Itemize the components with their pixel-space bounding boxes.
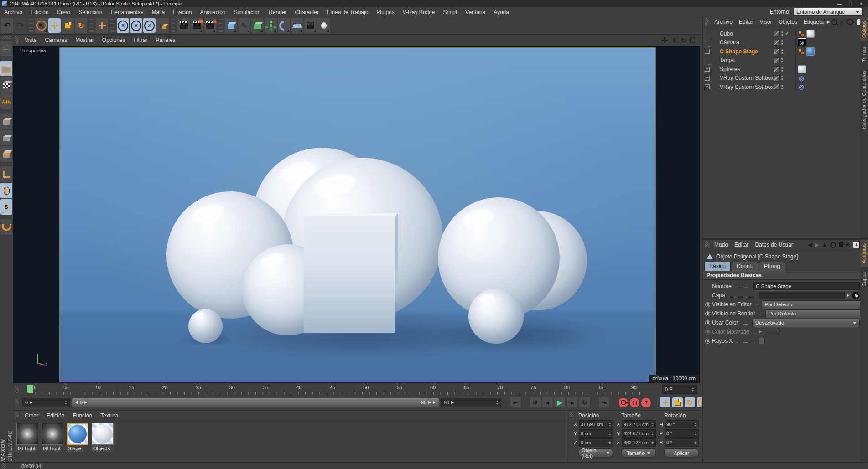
move-tool-button[interactable] [48, 18, 61, 33]
add-spline-button[interactable]: ✎ [238, 18, 250, 33]
menu-item[interactable]: V-Ray Bridge [399, 8, 439, 16]
menu-item[interactable]: Plugins [372, 8, 398, 16]
lock-z-axis-button[interactable]: Z [143, 18, 156, 33]
material-item[interactable]: GI Light [16, 423, 39, 452]
object-row[interactable]: + Spheres [703, 65, 868, 74]
attribute-menu-item[interactable]: Modo [711, 241, 731, 249]
toolbar-grip[interactable] [1, 36, 11, 39]
timeline-playhead[interactable] [27, 385, 33, 393]
spinner-icon[interactable] [608, 423, 611, 426]
animation-dot-icon[interactable] [705, 302, 710, 307]
panel-grip[interactable] [705, 241, 709, 248]
goto-end-button[interactable]: ⇥ [599, 397, 609, 407]
eye-icon[interactable] [846, 19, 854, 25]
pan-view-icon[interactable] [661, 36, 668, 44]
rotate-view-icon[interactable]: ↻ [680, 36, 687, 44]
menu-item[interactable]: Archivo [0, 8, 26, 16]
add-icon[interactable]: + [853, 242, 860, 248]
next-frame-button[interactable]: ▸ [567, 397, 577, 407]
object-name[interactable]: VRay Custom Softbox [720, 84, 774, 90]
color-field[interactable] [759, 329, 861, 335]
menu-item[interactable]: Malla [147, 8, 169, 16]
checkbox-field[interactable] [759, 338, 860, 344]
object-row[interactable]: + VRay Custom Softbox [703, 74, 868, 83]
material-item[interactable]: Objects [92, 423, 114, 452]
visibility-dots-icon[interactable] [781, 40, 783, 45]
coordinate-field[interactable]: 0 ° [665, 429, 699, 438]
last-tool-button[interactable] [96, 18, 108, 33]
zoom-view-icon[interactable]: ⇕ [670, 36, 678, 44]
material-menu-item[interactable]: Función [68, 412, 96, 420]
record-position-toggle[interactable] [660, 397, 670, 407]
spinner-icon[interactable] [608, 432, 611, 435]
panel-grip[interactable] [15, 412, 19, 419]
object-row[interactable]: + Cámara [703, 38, 868, 47]
material-menu-item[interactable]: Textura [96, 412, 122, 420]
object-manager-menu-item[interactable]: Editar [736, 18, 756, 26]
expand-icon[interactable]: + [705, 49, 710, 54]
panel-grip[interactable] [15, 36, 19, 44]
autokey-button[interactable]: ( ) [630, 398, 639, 407]
texture-mode-button[interactable] [0, 77, 12, 93]
layer-pick-icon[interactable] [852, 292, 860, 299]
object-manager-side-tab[interactable]: Navegador de Contenidos [860, 67, 868, 133]
attribute-tab[interactable]: Phong [759, 262, 785, 271]
magnet-tool-button[interactable] [0, 219, 12, 235]
viewport-menu-item[interactable]: Opciones [98, 36, 130, 44]
axis-mode-button[interactable] [0, 166, 12, 182]
expand-arrow-icon[interactable] [759, 330, 762, 333]
attribute-menu-item[interactable]: Editar [731, 241, 752, 249]
text-input[interactable]: C Shape Stage [753, 282, 860, 291]
viewport-menu-item[interactable]: Filtrar [130, 36, 152, 44]
redo-button[interactable]: ↷ [14, 18, 26, 33]
object-manager-menu-item[interactable]: Etiqueta [800, 18, 827, 26]
current-frame-field[interactable]: 0 F [662, 385, 697, 394]
spinner-icon[interactable] [651, 432, 654, 435]
object-name[interactable]: C Shape Stage [720, 48, 774, 55]
object-tag-icon[interactable] [798, 38, 806, 46]
spinner-icon[interactable] [608, 441, 611, 444]
coordinate-field[interactable]: 0 cm [579, 429, 613, 438]
spinner-icon[interactable] [694, 423, 697, 426]
animation-dot-icon[interactable] [705, 311, 710, 316]
section-header[interactable]: Propiedades Básicas [703, 271, 860, 280]
coordinate-footer-control[interactable]: Aplicar [664, 448, 699, 457]
window-control-button[interactable]: — [834, 1, 844, 6]
render-settings-button[interactable] [204, 18, 216, 33]
add-light-button[interactable] [317, 18, 330, 33]
object-name[interactable]: Spheres [720, 66, 774, 72]
spinner-icon[interactable] [64, 401, 67, 405]
visibility-dots-icon[interactable] [781, 67, 783, 72]
animation-dot-icon[interactable] [705, 320, 710, 325]
menu-item[interactable]: Simulación [230, 8, 265, 16]
layer-toggle-icon[interactable] [774, 66, 780, 72]
menu-item[interactable]: Crear [52, 8, 74, 16]
home-icon[interactable]: ⌂ [840, 18, 843, 26]
lock-x-axis-button[interactable]: X [117, 18, 129, 33]
menu-item[interactable]: Selección [74, 8, 106, 16]
layer-input[interactable] [759, 292, 845, 299]
object-row[interactable]: + Target [703, 56, 868, 65]
next-key-button[interactable]: ↻ [579, 397, 590, 407]
record-keyframe-button[interactable] [619, 398, 628, 407]
workplane-mode-button[interactable] [0, 93, 12, 109]
animation-dot-icon[interactable] [705, 330, 710, 335]
coordinate-field[interactable]: 662.122 cm [622, 438, 656, 447]
menu-item[interactable]: Ayuda [489, 8, 513, 16]
polygons-mode-button[interactable] [0, 146, 12, 162]
menu-item[interactable]: Fijación [169, 8, 196, 16]
target-icon[interactable]: ◎ [846, 242, 850, 248]
visibility-dots-icon[interactable] [781, 31, 783, 36]
history-back-icon[interactable]: ◀ [808, 242, 812, 248]
render-to-picture-viewer-button[interactable] [191, 18, 203, 33]
coordinate-system-button[interactable]: ↑ [156, 18, 169, 33]
attribute-tab[interactable]: Coord. [732, 262, 758, 271]
coordinate-field[interactable]: 912.713 cm [622, 420, 656, 428]
object-manager-side-tab[interactable]: Objetos [860, 17, 868, 41]
object-tag-icon[interactable] [798, 48, 805, 55]
layer-expand-icon[interactable] [846, 292, 851, 299]
model-mode-button[interactable] [0, 61, 12, 76]
panel-grip[interactable] [15, 399, 19, 406]
parent-object-icon[interactable]: ▲ [822, 242, 827, 248]
panel-grip[interactable] [705, 18, 709, 26]
